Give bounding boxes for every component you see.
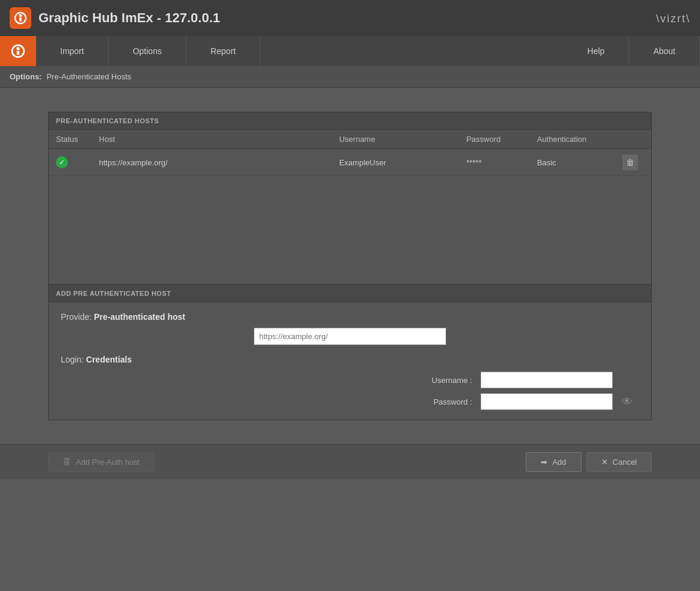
table-empty-cell [49, 176, 651, 284]
cancel-button[interactable]: ✕ Cancel [586, 452, 652, 472]
login-label: Login: Credentials [61, 355, 639, 364]
menu-report[interactable]: Report [186, 36, 260, 66]
hosts-table: Status Host Username Password Authentica… [49, 130, 651, 284]
menu-about[interactable]: About [629, 36, 700, 66]
table-empty-row [49, 176, 651, 284]
delete-row-button[interactable]: 🗑 [622, 154, 639, 171]
col-host-header: Host [92, 130, 332, 149]
table-body: ✓ https://example.org/ ExampleUser *****… [49, 149, 651, 284]
add-button[interactable]: ➡ Add [526, 452, 581, 472]
add-pre-auth-button[interactable]: 🗄 Add Pre-Auth host [48, 452, 155, 472]
menu-help[interactable]: Help [563, 36, 630, 66]
row-host: https://example.org/ [92, 149, 332, 176]
cancel-x-icon: ✕ [601, 458, 608, 467]
breadcrumb: Options: Pre-Authenticated Hosts [0, 66, 700, 88]
provide-text: Provide: [61, 312, 91, 322]
login-strong: Credentials [86, 355, 132, 364]
add-pre-auth-label: Add Pre-Auth host [76, 458, 140, 467]
menu-bar: Import Options Report Help About [0, 36, 700, 66]
menu-logo-icon[interactable] [0, 36, 36, 66]
col-action-header [615, 130, 651, 149]
col-username-header: Username [332, 130, 459, 149]
show-password-button[interactable]: 👁 [618, 393, 637, 410]
action-buttons: ➡ Add ✕ Cancel [526, 452, 652, 472]
breadcrumb-label: Options: [10, 72, 41, 81]
row-action: 🗑 [615, 149, 651, 176]
username-input[interactable] [480, 372, 613, 388]
svg-point-4 [16, 47, 19, 50]
menu-spacer [260, 36, 563, 66]
vizrt-logo: \vizrt\ [656, 11, 690, 25]
breadcrumb-value: Pre-Authenticated Hosts [46, 72, 131, 81]
pre-auth-hosts-header: PRE-AUTHENTICATED HOSTS [49, 112, 651, 130]
credentials-grid: Username : Password : 👁 [61, 372, 639, 410]
add-label: Add [552, 458, 566, 467]
host-input-row [61, 328, 639, 345]
menu-options[interactable]: Options [109, 36, 186, 66]
host-input[interactable] [254, 328, 446, 345]
app-icon [10, 7, 31, 29]
title-bar: Graphic Hub ImEx - 127.0.0.1 \vizrt\ [0, 0, 700, 36]
bottom-bar: 🗄 Add Pre-Auth host ➡ Add ✕ Cancel [0, 444, 700, 479]
menu-import[interactable]: Import [36, 36, 109, 66]
provide-label: Provide: Pre-authenticated host [61, 312, 639, 322]
main-content: PRE-AUTHENTICATED HOSTS Status Host User… [0, 88, 700, 444]
add-pre-auth-section: ADD PRE AUTHENTICATED HOST Provide: Pre-… [48, 285, 652, 420]
col-status-header: Status [49, 130, 92, 149]
table-header-row: Status Host Username Password Authentica… [49, 130, 651, 149]
login-text: Login: [61, 355, 84, 364]
title-left: Graphic Hub ImEx - 127.0.0.1 [10, 7, 220, 29]
col-auth-header: Authentication [530, 130, 615, 149]
add-section-body: Provide: Pre-authenticated host Login: C… [49, 302, 651, 420]
table-row: ✓ https://example.org/ ExampleUser *****… [49, 149, 651, 176]
app-title: Graphic Hub ImEx - 127.0.0.1 [38, 10, 220, 26]
password-label: Password : [121, 397, 476, 406]
add-section-header: ADD PRE AUTHENTICATED HOST [49, 285, 651, 302]
svg-point-1 [19, 14, 22, 17]
pre-auth-hosts-section: PRE-AUTHENTICATED HOSTS Status Host User… [48, 112, 652, 285]
add-arrow-icon: ➡ [541, 458, 547, 467]
row-status: ✓ [49, 149, 92, 176]
row-password: ***** [459, 149, 529, 176]
provide-strong: Pre-authenticated host [94, 312, 185, 322]
menu-items: Import Options Report Help About [36, 36, 700, 66]
svg-rect-5 [17, 51, 19, 55]
row-authentication: Basic [530, 149, 615, 176]
username-label: Username : [121, 376, 476, 385]
password-input[interactable] [480, 393, 613, 410]
svg-rect-2 [19, 18, 22, 22]
db-icon: 🗄 [63, 458, 71, 467]
cancel-label: Cancel [613, 458, 637, 467]
status-ok-icon: ✓ [56, 156, 68, 168]
row-username: ExampleUser [332, 149, 459, 176]
col-password-header: Password [459, 130, 529, 149]
